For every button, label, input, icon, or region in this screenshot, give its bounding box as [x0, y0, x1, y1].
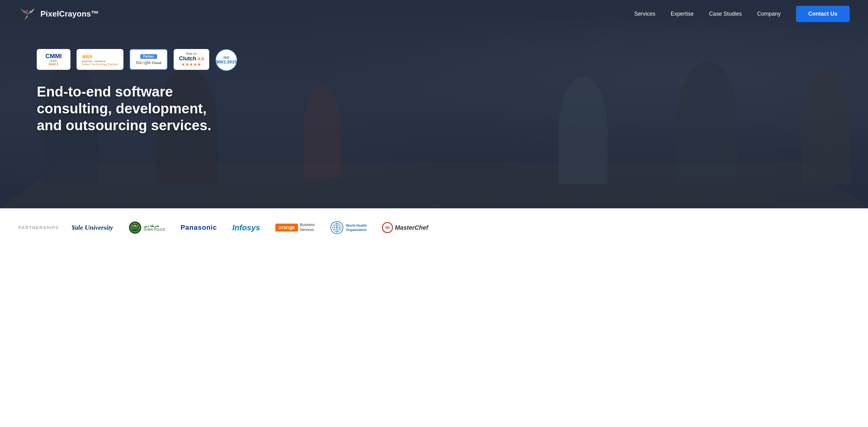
svg-text:POLICE: POLICE	[132, 227, 138, 229]
partnerships-label: PARTNERSHIPS	[19, 225, 59, 230]
iso-number: 9001:2015	[216, 59, 237, 64]
badges-row: CMMI level level 3 aws partner network S…	[37, 49, 831, 71]
logo-text: PixelCrayons™	[40, 9, 99, 19]
nav-links: Services Expertise Case Studies Company …	[634, 6, 849, 22]
who-emblem-icon	[330, 221, 344, 234]
masterchef-logo: m MasterChef	[382, 222, 428, 233]
orange-logo: orange Business Services	[275, 223, 315, 232]
aws-badge: aws partner network Select Technology Pa…	[76, 49, 123, 70]
partnerships-section: PARTNERSHIPS Yale University DUBAI POLIC…	[0, 208, 868, 247]
clutch-badge: Rate on Clutch 4.8 ★★★★★	[174, 49, 209, 70]
yale-logo: Yale University	[71, 223, 113, 232]
masterchef-emblem: m	[382, 222, 393, 233]
svg-point-3	[27, 11, 28, 11]
clutch-rate-label: Rate on	[186, 52, 197, 56]
nav-expertise[interactable]: Expertise	[671, 11, 694, 17]
nav-company[interactable]: Company	[757, 11, 781, 17]
iso-badge: ISO 9001:2015	[215, 49, 237, 71]
hero-headline: End-to-end software consulting, developm…	[37, 83, 251, 134]
who-logo: World Health Organization	[330, 221, 367, 234]
google-cloud-badge: Partner Google Cloud	[129, 49, 167, 70]
partners-logos: Yale University DUBAI POLICE شرطة دبي DU…	[71, 221, 849, 234]
logo-link[interactable]: PixelCrayons™	[19, 5, 99, 23]
clutch-name: Clutch 4.8	[179, 56, 204, 62]
dubai-police-emblem: DUBAI POLICE	[128, 221, 142, 234]
cmmi-text: CMMI	[45, 53, 62, 59]
infosys-logo: Infosys	[232, 223, 260, 233]
yale-text: Yale University	[71, 223, 113, 232]
svg-point-0	[19, 5, 36, 22]
nav-services[interactable]: Services	[634, 11, 655, 17]
nav-case-studies[interactable]: Case Studies	[709, 11, 742, 17]
clutch-stars: ★★★★★	[181, 62, 201, 67]
hero-section: CMMI level level 3 aws partner network S…	[0, 0, 868, 208]
contact-us-button[interactable]: Contact Us	[796, 6, 849, 22]
logo-icon	[19, 5, 37, 23]
iso-label: ISO	[224, 56, 229, 59]
dubai-police-logo: DUBAI POLICE شرطة دبي DUBAI POLICE	[128, 221, 165, 234]
navbar: PixelCrayons™ Services Expertise Case St…	[0, 0, 868, 28]
cmmi-level: level 3	[49, 62, 59, 66]
panasonic-logo: Panasonic	[180, 223, 217, 232]
cmmi-badge: CMMI level level 3	[37, 49, 70, 70]
